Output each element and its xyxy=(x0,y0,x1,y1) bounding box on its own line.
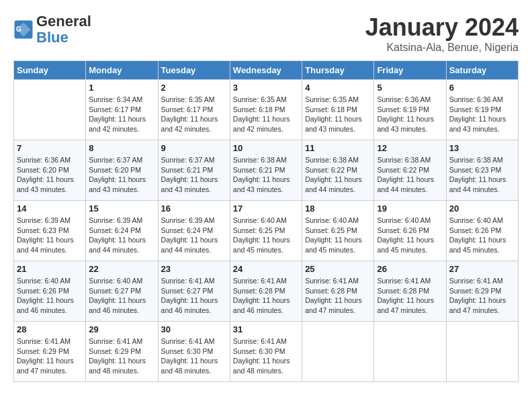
day-cell: 8Sunrise: 6:37 AM Sunset: 6:20 PM Daylig… xyxy=(86,140,158,201)
day-cell: 20Sunrise: 6:40 AM Sunset: 6:26 PM Dayli… xyxy=(446,201,518,261)
column-header-sunday: Sunday xyxy=(14,61,86,80)
day-cell: 27Sunrise: 6:41 AM Sunset: 6:29 PM Dayli… xyxy=(446,261,518,322)
day-cell: 29Sunrise: 6:41 AM Sunset: 6:29 PM Dayli… xyxy=(86,322,158,382)
day-cell: 11Sunrise: 6:38 AM Sunset: 6:22 PM Dayli… xyxy=(302,140,374,201)
day-number: 2 xyxy=(161,83,227,93)
day-cell: 9Sunrise: 6:37 AM Sunset: 6:21 PM Daylig… xyxy=(158,140,230,201)
day-number: 17 xyxy=(233,203,299,214)
day-cell: 2Sunrise: 6:35 AM Sunset: 6:17 PM Daylig… xyxy=(158,80,230,140)
week-row-5: 28Sunrise: 6:41 AM Sunset: 6:29 PM Dayli… xyxy=(14,322,519,382)
day-number: 4 xyxy=(305,83,371,93)
day-cell: 10Sunrise: 6:38 AM Sunset: 6:21 PM Dayli… xyxy=(230,140,302,201)
day-info: Sunrise: 6:39 AM Sunset: 6:24 PM Dayligh… xyxy=(89,216,154,255)
day-cell: 28Sunrise: 6:41 AM Sunset: 6:29 PM Dayli… xyxy=(14,322,86,382)
week-row-2: 7Sunrise: 6:36 AM Sunset: 6:20 PM Daylig… xyxy=(14,140,519,201)
day-number: 13 xyxy=(449,143,515,153)
day-info: Sunrise: 6:35 AM Sunset: 6:17 PM Dayligh… xyxy=(161,95,227,134)
day-number: 23 xyxy=(161,264,227,274)
column-header-wednesday: Wednesday xyxy=(230,61,302,80)
day-number: 12 xyxy=(377,143,443,153)
calendar-table: SundayMondayTuesdayWednesdayThursdayFrid… xyxy=(13,60,519,382)
day-cell: 31Sunrise: 6:41 AM Sunset: 6:30 PM Dayli… xyxy=(230,322,302,382)
day-number: 19 xyxy=(377,203,443,214)
day-cell: 5Sunrise: 6:36 AM Sunset: 6:19 PM Daylig… xyxy=(374,80,446,140)
day-info: Sunrise: 6:41 AM Sunset: 6:30 PM Dayligh… xyxy=(233,336,299,376)
day-number: 31 xyxy=(233,324,299,334)
day-info: Sunrise: 6:41 AM Sunset: 6:28 PM Dayligh… xyxy=(305,276,371,316)
title-block: January 2024 Katsina-Ala, Benue, Nigeria xyxy=(365,13,519,54)
day-number: 10 xyxy=(233,143,299,153)
column-header-friday: Friday xyxy=(374,61,446,80)
day-info: Sunrise: 6:38 AM Sunset: 6:22 PM Dayligh… xyxy=(377,155,443,195)
week-row-4: 21Sunrise: 6:40 AM Sunset: 6:26 PM Dayli… xyxy=(14,261,519,322)
day-cell: 16Sunrise: 6:39 AM Sunset: 6:24 PM Dayli… xyxy=(158,201,230,261)
month-title: January 2024 xyxy=(365,13,519,42)
day-cell: 1Sunrise: 6:34 AM Sunset: 6:17 PM Daylig… xyxy=(86,80,158,140)
location: Katsina-Ala, Benue, Nigeria xyxy=(365,42,519,54)
week-row-1: 1Sunrise: 6:34 AM Sunset: 6:17 PM Daylig… xyxy=(14,80,519,140)
day-info: Sunrise: 6:35 AM Sunset: 6:18 PM Dayligh… xyxy=(233,95,299,134)
day-info: Sunrise: 6:40 AM Sunset: 6:26 PM Dayligh… xyxy=(377,216,443,255)
day-cell: 23Sunrise: 6:41 AM Sunset: 6:27 PM Dayli… xyxy=(158,261,230,322)
day-number: 9 xyxy=(161,143,227,153)
week-row-3: 14Sunrise: 6:39 AM Sunset: 6:23 PM Dayli… xyxy=(14,201,519,261)
day-cell: 24Sunrise: 6:41 AM Sunset: 6:28 PM Dayli… xyxy=(230,261,302,322)
day-info: Sunrise: 6:41 AM Sunset: 6:28 PM Dayligh… xyxy=(233,276,299,316)
svg-text:G: G xyxy=(16,25,21,33)
day-cell: 26Sunrise: 6:41 AM Sunset: 6:28 PM Dayli… xyxy=(374,261,446,322)
day-info: Sunrise: 6:34 AM Sunset: 6:17 PM Dayligh… xyxy=(89,95,154,134)
day-number: 3 xyxy=(233,83,299,93)
day-cell: 17Sunrise: 6:40 AM Sunset: 6:25 PM Dayli… xyxy=(230,201,302,261)
column-header-saturday: Saturday xyxy=(446,61,518,80)
day-cell: 18Sunrise: 6:40 AM Sunset: 6:25 PM Dayli… xyxy=(302,201,374,261)
logo-blue: Blue xyxy=(36,29,69,46)
day-info: Sunrise: 6:40 AM Sunset: 6:26 PM Dayligh… xyxy=(449,216,515,255)
day-number: 11 xyxy=(305,143,371,153)
day-info: Sunrise: 6:40 AM Sunset: 6:25 PM Dayligh… xyxy=(305,216,371,255)
day-cell xyxy=(14,80,86,140)
day-cell: 3Sunrise: 6:35 AM Sunset: 6:18 PM Daylig… xyxy=(230,80,302,140)
day-info: Sunrise: 6:40 AM Sunset: 6:26 PM Dayligh… xyxy=(17,276,83,316)
page-header: G General Blue January 2024 Katsina-Ala,… xyxy=(13,13,519,54)
day-cell: 25Sunrise: 6:41 AM Sunset: 6:28 PM Dayli… xyxy=(302,261,374,322)
day-cell: 6Sunrise: 6:36 AM Sunset: 6:19 PM Daylig… xyxy=(446,80,518,140)
logo-icon: G xyxy=(13,19,34,40)
day-number: 7 xyxy=(17,143,83,153)
column-header-monday: Monday xyxy=(86,61,158,80)
day-number: 1 xyxy=(89,83,154,93)
day-info: Sunrise: 6:38 AM Sunset: 6:22 PM Dayligh… xyxy=(305,155,371,195)
day-number: 8 xyxy=(89,143,154,153)
day-info: Sunrise: 6:41 AM Sunset: 6:29 PM Dayligh… xyxy=(89,336,154,376)
day-number: 29 xyxy=(89,324,154,334)
day-info: Sunrise: 6:41 AM Sunset: 6:29 PM Dayligh… xyxy=(17,336,83,376)
day-info: Sunrise: 6:41 AM Sunset: 6:30 PM Dayligh… xyxy=(161,336,227,376)
day-number: 22 xyxy=(89,264,154,274)
day-info: Sunrise: 6:40 AM Sunset: 6:27 PM Dayligh… xyxy=(89,276,154,316)
day-cell: 14Sunrise: 6:39 AM Sunset: 6:23 PM Dayli… xyxy=(14,201,86,261)
logo-text: General Blue xyxy=(36,13,91,46)
day-cell: 4Sunrise: 6:35 AM Sunset: 6:18 PM Daylig… xyxy=(302,80,374,140)
day-number: 26 xyxy=(377,264,443,274)
day-info: Sunrise: 6:37 AM Sunset: 6:21 PM Dayligh… xyxy=(161,155,227,195)
day-number: 15 xyxy=(89,203,154,214)
day-info: Sunrise: 6:41 AM Sunset: 6:28 PM Dayligh… xyxy=(377,276,443,316)
day-number: 25 xyxy=(305,264,371,274)
logo-general: General xyxy=(36,13,91,30)
day-cell: 30Sunrise: 6:41 AM Sunset: 6:30 PM Dayli… xyxy=(158,322,230,382)
day-number: 21 xyxy=(17,264,83,274)
day-number: 24 xyxy=(233,264,299,274)
day-cell xyxy=(302,322,374,382)
day-info: Sunrise: 6:38 AM Sunset: 6:23 PM Dayligh… xyxy=(449,155,515,195)
day-info: Sunrise: 6:40 AM Sunset: 6:25 PM Dayligh… xyxy=(233,216,299,255)
day-cell: 22Sunrise: 6:40 AM Sunset: 6:27 PM Dayli… xyxy=(86,261,158,322)
day-cell xyxy=(446,322,518,382)
day-info: Sunrise: 6:36 AM Sunset: 6:19 PM Dayligh… xyxy=(449,95,515,134)
day-info: Sunrise: 6:35 AM Sunset: 6:18 PM Dayligh… xyxy=(305,95,371,134)
day-number: 6 xyxy=(449,83,515,93)
day-number: 30 xyxy=(161,324,227,334)
day-cell: 21Sunrise: 6:40 AM Sunset: 6:26 PM Dayli… xyxy=(14,261,86,322)
day-info: Sunrise: 6:39 AM Sunset: 6:23 PM Dayligh… xyxy=(17,216,83,255)
column-header-tuesday: Tuesday xyxy=(158,61,230,80)
day-number: 14 xyxy=(17,203,83,214)
day-number: 18 xyxy=(305,203,371,214)
